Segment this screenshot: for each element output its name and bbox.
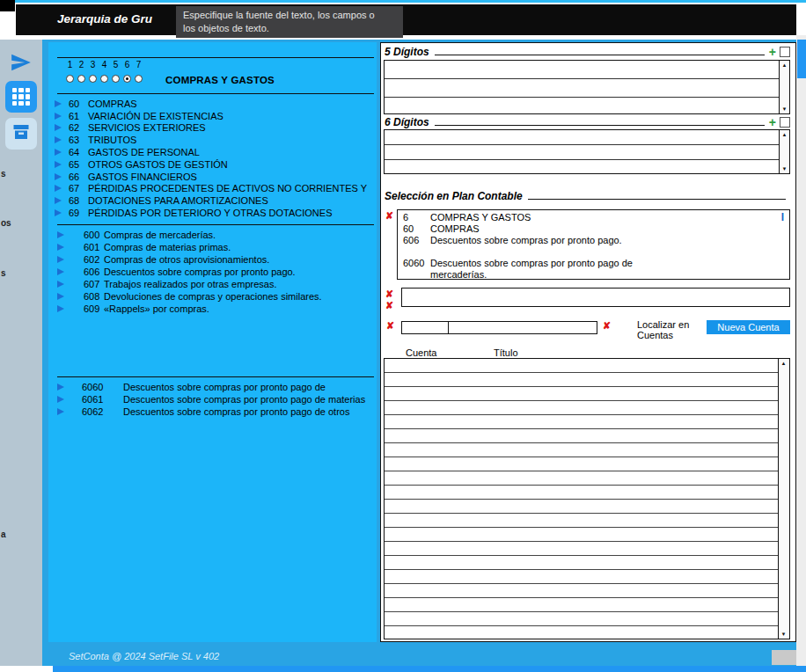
tree-item-6061[interactable]: 6061Descuentos sobre compras por pronto … — [48, 393, 377, 405]
selection-item-6[interactable]: 6COMPRAS Y GASTOS — [398, 212, 789, 223]
level-radio-5[interactable] — [110, 75, 121, 83]
delete-icon[interactable]: ✘ — [385, 211, 393, 221]
tree-item-609[interactable]: 609«Rappels» por compras. — [48, 303, 377, 315]
selection-item-60[interactable]: 60COMPRAS — [398, 223, 789, 235]
nueva-cuenta-button[interactable]: Nueva Cuenta — [707, 320, 790, 334]
triangle-bullet-icon — [55, 197, 62, 204]
item-code: 6061 — [82, 394, 108, 405]
level-radio-1[interactable] — [64, 75, 76, 83]
selection-item-606[interactable]: 606Descuentos sobre compras por pronto p… — [398, 235, 789, 246]
detail-panel: 5 Dígitos + ▲ ▼ 6 Dígitos + — [380, 42, 796, 642]
tree-item-69[interactable]: 69PÉRDIDAS POR DETERIORO Y OTRAS DOTACIO… — [48, 207, 377, 219]
six-digits-checkbox[interactable] — [780, 117, 790, 128]
level-radio-4[interactable] — [99, 75, 110, 83]
tree-item-68[interactable]: 68DOTACIONES PARA AMORTIZACIONES — [48, 194, 377, 207]
scroll-up-icon[interactable]: ▲ — [780, 61, 789, 69]
add-plus-icon[interactable]: + — [769, 47, 776, 58]
right-edge-accent — [797, 40, 806, 78]
item-code: 606 — [84, 267, 104, 277]
triangle-bullet-icon — [55, 149, 62, 156]
accounts-table[interactable]: ▲ ▼ — [384, 358, 790, 639]
scroll-up-icon[interactable]: ▲ — [780, 130, 789, 139]
item-code: 63 — [69, 135, 88, 145]
level-number-5: 5 — [110, 60, 121, 69]
six-digits-listbox[interactable]: ▲ ▼ — [384, 129, 790, 174]
tree-item-65[interactable]: 65OTROS GASTOS DE GESTIÓN — [48, 158, 377, 171]
item-code: 66 — [69, 172, 88, 182]
level-radio-3[interactable] — [87, 75, 99, 83]
item-label: SERVICIOS EXTERIORES — [88, 122, 206, 133]
tree-item-601[interactable]: 601Compras de materias primas. — [48, 241, 377, 253]
six-digits-scrollbar[interactable]: ▲ ▼ — [779, 130, 789, 173]
level-radio-2[interactable] — [76, 75, 87, 83]
scroll-up-icon[interactable]: ▲ — [779, 359, 788, 368]
radio-circle — [135, 75, 143, 83]
account-name-input[interactable] — [448, 321, 597, 334]
scroll-down-icon[interactable]: ▼ — [779, 630, 788, 639]
radio-circle — [66, 75, 74, 83]
sidebar: sossa — [0, 40, 42, 666]
level-numbers-row: 1234567 — [64, 60, 144, 69]
delete-icon[interactable]: ✘ — [385, 289, 393, 299]
tree-3digit: 600Compras de mercaderías.601Compras de … — [48, 229, 377, 315]
text-cursor-marker: I — [781, 211, 784, 223]
triangle-bullet-icon — [57, 231, 64, 238]
tree-item-66[interactable]: 66GASTOS FINANCIEROS — [48, 171, 377, 183]
tree-item-60[interactable]: 60COMPRAS — [48, 98, 377, 110]
item-label: COMPRAS — [88, 99, 137, 109]
right-edge-strip — [796, 35, 806, 672]
tree-item-62[interactable]: 62SERVICIOS EXTERIORES — [48, 122, 377, 135]
window-titlebar: Jerarquia de Gru — [16, 4, 796, 35]
send-button[interactable] — [5, 48, 37, 80]
tree-item-607[interactable]: 607Trabajos realizados por otras empresa… — [48, 278, 377, 290]
item-label: OTROS GASTOS DE GESTIÓN — [88, 159, 228, 170]
selection-label: Selección en Plan Contable — [385, 190, 523, 202]
five-digits-scrollbar[interactable]: ▲ ▼ — [779, 61, 789, 113]
tree-item-606[interactable]: 606Descuentos sobre compras por pronto p… — [48, 266, 377, 278]
item-label: Descuentos sobre compras por pronto pago… — [123, 382, 326, 392]
scroll-down-icon[interactable]: ▼ — [780, 105, 789, 113]
tree-item-64[interactable]: 64GASTOS DE PERSONAL — [48, 146, 377, 158]
resize-grip[interactable] — [772, 650, 796, 665]
six-digits-label: 6 Dígitos — [385, 116, 429, 128]
item-label: Compras de mercaderías. — [104, 230, 216, 240]
tree-2digit: 60COMPRAS61VARIACIÓN DE EXISTENCIAS62SER… — [48, 98, 377, 219]
selection-item-blank[interactable] — [398, 246, 789, 258]
hierarchy-panel: 1234567 COMPRAS Y GASTOS 60COMPRAS61VARI… — [48, 42, 377, 642]
level-radio-6[interactable] — [121, 75, 133, 83]
five-digits-listbox[interactable]: ▲ ▼ — [384, 60, 790, 114]
triangle-bullet-icon — [55, 209, 62, 216]
tree-item-61[interactable]: 61VARIACIÓN DE EXISTENCIAS — [48, 110, 377, 122]
scroll-down-icon[interactable]: ▼ — [780, 164, 789, 173]
tree-item-600[interactable]: 600Compras de mercaderías. — [48, 229, 377, 241]
level-radio-7[interactable] — [133, 75, 144, 83]
selection-item-6060[interactable]: 6060Descuentos sobre compras por pronto … — [398, 258, 789, 281]
edit-field[interactable] — [401, 288, 790, 307]
item-code: 600 — [84, 230, 104, 240]
item-label: Trabajos realizados por otras empresas. — [104, 279, 276, 289]
five-digits-label: 5 Dígitos — [385, 46, 429, 58]
item-code: 601 — [84, 242, 104, 252]
selection-listbox[interactable]: I 6COMPRAS Y GASTOS60COMPRAS606Descuento… — [397, 209, 790, 280]
five-digits-checkbox[interactable] — [780, 47, 790, 57]
item-code: 64 — [69, 147, 88, 157]
tree-item-6062[interactable]: 6062Descuentos sobre compras por pronto … — [48, 405, 377, 418]
add-plus-icon[interactable]: + — [769, 117, 776, 128]
item-label: PÉRDIDAS POR DETERIORO Y OTRAS DOTACIONE… — [88, 208, 333, 218]
accounts-table-scrollbar[interactable]: ▲ ▼ — [778, 359, 789, 639]
archive-icon — [11, 121, 32, 146]
delete-icon[interactable]: ✘ — [385, 301, 393, 310]
tree-item-608[interactable]: 608Devoluciones de compras y operaciones… — [48, 290, 377, 303]
tree-item-63[interactable]: 63TRIBUTOS — [48, 134, 377, 146]
modules-button[interactable] — [5, 81, 37, 113]
tree-item-67[interactable]: 67PÉRDIDAS PROCEDENTES DE ACTIVOS NO COR… — [48, 183, 377, 195]
archive-button[interactable] — [5, 118, 37, 150]
selection-code: 606 — [403, 235, 430, 246]
tree-item-6060[interactable]: 6060Descuentos sobre compras por pronto … — [48, 381, 377, 393]
bottom-edge-strip — [53, 666, 806, 672]
delete-icon[interactable]: ✘ — [386, 321, 394, 331]
tree-item-602[interactable]: 602Compras de otros aprovisionamientos. — [48, 253, 377, 266]
delete-icon[interactable]: ✘ — [603, 321, 611, 331]
app-screen: Jerarquia de Gru Especifique la fuente d… — [0, 0, 806, 672]
account-code-input[interactable] — [401, 321, 449, 334]
